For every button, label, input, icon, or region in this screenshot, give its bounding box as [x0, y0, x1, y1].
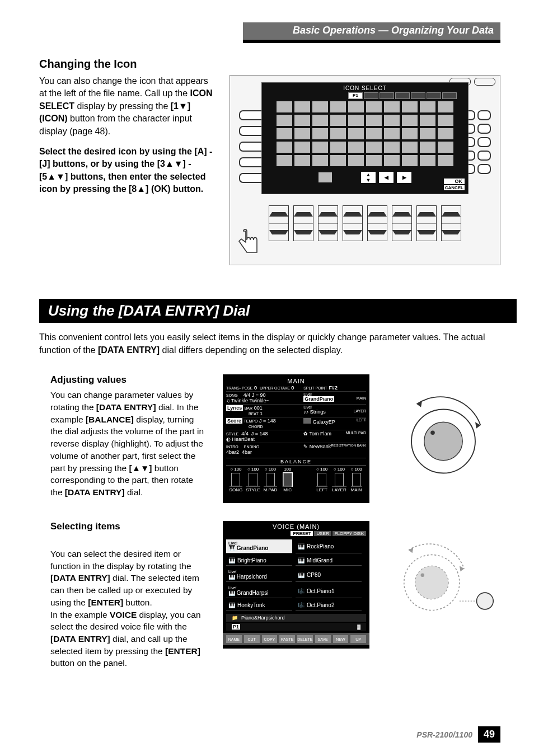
voice-item: 🎹 CP80 [296, 568, 362, 582]
lcd-prev-icon: ◀ [379, 172, 394, 183]
icon-para2: Select the desired icon by using the [A]… [39, 145, 213, 196]
lcd3-tabs: PRESET USER FLOPPY DISK [223, 530, 369, 537]
icon-para1: You can also change the icon that appear… [39, 75, 213, 138]
svg-point-2 [430, 431, 435, 435]
hand-pointer-icon [235, 229, 263, 260]
voice-item: 🎼 Oct.Piano2 [296, 600, 362, 611]
svg-point-1 [424, 422, 462, 461]
footer-page: 49 [478, 726, 500, 743]
data-entry-intro: This convenient control lets you easily … [39, 331, 498, 356]
lcd-next-icon: ▶ [397, 172, 411, 183]
heading-changing-icon: Changing the Icon [39, 58, 500, 71]
lcd-updown-icon: ▲▼ [361, 172, 376, 183]
selecting-body: You can select the desired item or funct… [50, 536, 206, 669]
lcd-icon-grid [264, 101, 466, 166]
lcd-page-tabs: P1 [348, 92, 466, 99]
lcd-voice-display: VOICE (MAIN) PRESET USER FLOPPY DISK Liv… [223, 521, 369, 649]
lcd3-bottom-buttons: NAMECUTCOPYPASTEDELETESAVENEWUP [223, 633, 369, 645]
lcd3-voice-list: Live!🎹 GrandPiano 🎹 RockPiano 🎹 BrightPi… [223, 537, 369, 613]
voice-item: Live!🎹 GrandPiano [226, 539, 292, 553]
lcd-balance-label: BALANCE [226, 458, 366, 466]
lcd-main-display: MAIN TRANS- POSE 0 UPPER OCTAVE 0 SPLIT … [223, 374, 369, 503]
lcd-cancel-button: CANCEL [444, 185, 465, 190]
lcd3-category: 📁 Piano&Harpsichord [226, 614, 366, 622]
voice-item: 🎹 RockPiano [296, 539, 362, 553]
voice-item: 🎹 MidiGrand [296, 556, 362, 566]
lcd-page-tab: P1 [348, 92, 363, 99]
lcd2-title: MAIN [226, 378, 366, 384]
panel-number-buttons [269, 205, 461, 241]
page-footer: PSR-2100/1100 49 [416, 726, 500, 743]
svg-point-11 [476, 593, 493, 610]
lcd-balance-levels: ○ 100SONG ○ 100STYLE ○ 100M.PAD 100MIC ○… [226, 466, 366, 494]
lcd3-title: VOICE (MAIN) [223, 521, 369, 530]
voice-item: Live!🎹 GrandHarpsi [226, 584, 292, 598]
heading-adjusting-values: Adjusting values [50, 374, 206, 386]
breadcrumb-text: Basic Operations — Organizing Your Data [243, 22, 500, 40]
svg-point-7 [421, 574, 425, 577]
lcd-nav-buttons: ▲▼ ◀ ▶ [264, 172, 466, 183]
voice-item: 🎹 BrightPiano [226, 556, 292, 566]
svg-point-6 [415, 566, 448, 599]
voice-item: 🎹 HonkyTonk [226, 600, 292, 611]
footer-model: PSR-2100/1100 [416, 730, 472, 739]
lcd-title: ICON SELECT [264, 85, 466, 91]
header-breadcrumb: Basic Operations — Organizing Your Data [243, 22, 500, 43]
lcd-ok-button: OK [444, 179, 465, 184]
heading-selecting-items: Selecting items [50, 521, 206, 532]
adjusting-body: You can change parameter values by rotat… [50, 389, 206, 498]
section-heading-data-entry: Using the [DATA ENTRY] Dial [39, 299, 517, 323]
svg-marker-9 [409, 548, 413, 553]
device-panel-diagram: ICON SELECT P1 ▲▼ ◀ ▶ [229, 75, 500, 265]
voice-item: Live!🎹 Harpsichord [226, 568, 292, 582]
data-entry-dial-rotate [386, 374, 500, 497]
voice-item: 🎼 Oct.Piano1 [296, 584, 362, 598]
lcd-icon-select: ICON SELECT P1 ▲▼ ◀ ▶ [261, 82, 469, 194]
svg-marker-8 [460, 566, 464, 572]
data-entry-dial-enter [386, 521, 500, 644]
